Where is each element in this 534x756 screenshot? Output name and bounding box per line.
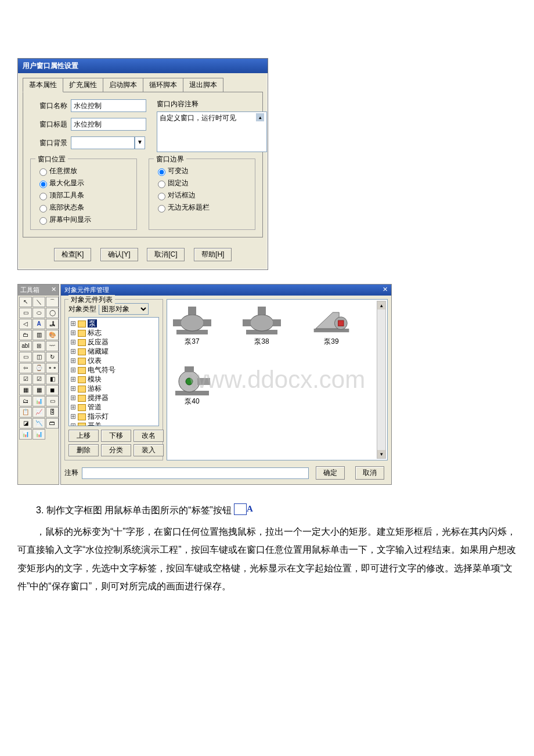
text-icon[interactable]: A — [33, 319, 45, 329]
notes-textarea[interactable]: 自定义窗口，运行时可见 ▴ — [157, 111, 267, 152]
scroll-up-icon[interactable]: ▴ — [256, 113, 264, 121]
rename-button[interactable]: 改名 — [134, 430, 164, 442]
check-button[interactable]: 检查[K] — [54, 248, 92, 261]
vertical-scrollbar[interactable]: ▴▾ — [377, 301, 386, 459]
radio-border-var[interactable]: 可变边 — [155, 166, 249, 176]
thumb-label: 泵39 — [311, 337, 352, 347]
polygon-icon[interactable]: ◁ — [19, 319, 32, 329]
ok-button[interactable]: 确定 — [316, 466, 345, 480]
svg-rect-9 — [273, 319, 281, 326]
window-bg-swatch[interactable] — [71, 136, 135, 149]
radio-pos-max[interactable]: 最大化显示 — [37, 178, 131, 188]
pointer-icon[interactable]: ↖ — [19, 297, 32, 307]
chart-icon[interactable]: ▥ — [33, 330, 45, 340]
user-window-properties-dialog: 用户窗口属性设置 基本属性 扩充属性 启动脚本 循环脚本 退出脚本 窗口名称 窗… — [17, 58, 268, 270]
td-icon[interactable]: ◪ — [19, 418, 32, 429]
thumb-pump40[interactable]: 泵40 — [172, 364, 212, 406]
arrow-icon[interactable]: ⇦ — [19, 363, 32, 373]
clock-icon[interactable]: ⌚ — [33, 363, 45, 373]
ellipse-icon[interactable]: ◯ — [46, 308, 59, 318]
tg-icon[interactable]: 📊 — [19, 429, 32, 440]
load-button[interactable]: 装入 — [134, 444, 164, 456]
t8-icon[interactable]: 📊 — [33, 396, 45, 406]
window-bg-dropdown[interactable]: ▼ — [135, 136, 145, 149]
tab-start-script[interactable]: 启动脚本 — [103, 78, 143, 92]
te-icon[interactable]: 📉 — [33, 418, 45, 429]
help-button[interactable]: 帮助[H] — [194, 248, 232, 261]
svg-rect-16 — [185, 366, 194, 372]
grid-icon[interactable]: ⊞ — [33, 341, 45, 351]
thumb-pump39[interactable]: 泵39 — [311, 304, 352, 347]
rect-icon[interactable]: ▭ — [19, 308, 32, 318]
svg-rect-13 — [338, 321, 344, 326]
ta-icon[interactable]: 📋 — [19, 407, 32, 417]
image-icon[interactable]: 🏞 — [46, 319, 59, 329]
t6-icon[interactable]: ◼ — [46, 385, 59, 395]
radio-pos-bottomstatus[interactable]: 底部状态条 — [37, 203, 131, 213]
t9-icon[interactable]: ▭ — [46, 396, 59, 406]
color-icon[interactable]: 🎨 — [46, 330, 59, 340]
arc-icon[interactable]: ⌒ — [46, 297, 59, 307]
btn2-icon[interactable]: ◫ — [33, 352, 45, 362]
curve-icon[interactable]: 〰 — [46, 341, 59, 351]
t1-icon[interactable]: ☑ — [19, 374, 32, 384]
object-list-group: 对象元件列表 对象类型 图形对象 泵 标志 反应器 储藏罐 仪表 电气符号 — [64, 299, 163, 460]
notes-label: 窗口内容注释 — [157, 99, 267, 109]
window-name-input[interactable] — [71, 99, 146, 112]
btn3-icon[interactable]: ↻ — [46, 352, 59, 362]
radio-pos-center[interactable]: 屏幕中间显示 — [37, 215, 131, 225]
tc-icon[interactable]: 🗄 — [46, 407, 59, 417]
radio-pos-free[interactable]: 任意摆放 — [37, 166, 131, 176]
th-icon[interactable]: 📊 — [33, 429, 45, 440]
shapes-icon[interactable]: ⚬⚬ — [46, 363, 59, 373]
tab-exit-script[interactable]: 退出脚本 — [183, 78, 223, 92]
tab-extra[interactable]: 扩充属性 — [63, 78, 103, 92]
down-button[interactable]: 下移 — [101, 430, 131, 442]
radio-border-dlg[interactable]: 对话框边 — [155, 190, 249, 200]
t2-icon[interactable]: ☑ — [33, 374, 45, 384]
combo-icon[interactable]: 🗀 — [19, 330, 32, 340]
svg-point-18 — [186, 378, 193, 385]
t4-icon[interactable]: ▦ — [19, 385, 32, 395]
radio-pos-toptool[interactable]: 顶部工具条 — [37, 190, 131, 200]
label-abl-icon[interactable]: abl — [19, 341, 32, 351]
svg-rect-2 — [188, 307, 196, 315]
dialog-button-row: 检查[K] 确认[Y] 取消[C] 帮助[H] — [18, 242, 268, 269]
btn1-icon[interactable]: ▭ — [19, 352, 32, 362]
category-tree[interactable]: 泵 标志 反应器 储藏罐 仪表 电气符号 模块 游标 搅拌器 管道 指示灯 开关 — [68, 317, 159, 426]
tb-icon[interactable]: 📈 — [33, 407, 45, 417]
radio-border-none[interactable]: 无边无标题栏 — [155, 203, 249, 213]
tab-basic[interactable]: 基本属性 — [23, 78, 63, 92]
object-manager-window: 对象元件库管理✕ 对象元件列表 对象类型 图形对象 泵 标志 反应器 储藏罐 — [60, 284, 392, 485]
objmgr-title: 对象元件库管理 — [64, 286, 109, 294]
thumb-pump37[interactable]: 泵37 — [172, 304, 212, 347]
tab-loop-script[interactable]: 循环脚本 — [143, 78, 183, 92]
thumb-pump38[interactable]: 泵38 — [241, 304, 282, 347]
tab-strip: 基本属性 扩充属性 启动脚本 循环脚本 退出脚本 — [18, 73, 268, 92]
line-icon[interactable]: ＼ — [33, 297, 45, 307]
cancel-button[interactable]: 取消[C] — [147, 248, 185, 261]
category-button[interactable]: 分类 — [101, 444, 131, 456]
toolbox-palette: 工具箱✕ ↖＼⌒ ▭⬭◯ ◁A🏞 🗀▥🎨 abl⊞〰 ▭◫↻ ⇦⌚⚬⚬ ☑☑◧ … — [17, 284, 59, 485]
ok-button[interactable]: 确认[Y] — [100, 248, 138, 261]
t3-icon[interactable]: ◧ — [46, 374, 59, 384]
window-name-label: 窗口名称 — [30, 101, 67, 111]
footer-note-input[interactable] — [82, 467, 309, 479]
cancel-button[interactable]: 取消 — [355, 466, 384, 480]
up-button[interactable]: 上移 — [68, 430, 99, 442]
close-icon[interactable]: ✕ — [51, 286, 56, 294]
close-icon[interactable]: ✕ — [383, 286, 388, 294]
group-position-legend: 窗口位置 — [35, 154, 68, 164]
tool-grid: ↖＼⌒ ▭⬭◯ ◁A🏞 🗀▥🎨 abl⊞〰 ▭◫↻ ⇦⌚⚬⚬ ☑☑◧ ▦▦◼ 🗂… — [18, 296, 59, 441]
t7-icon[interactable]: 🗂 — [19, 396, 32, 406]
radio-border-fixed[interactable]: 固定边 — [155, 178, 249, 188]
t5-icon[interactable]: ▦ — [33, 385, 45, 395]
window-title-input[interactable] — [71, 118, 146, 131]
svg-rect-10 — [314, 329, 349, 332]
roundrect-icon[interactable]: ⬭ — [33, 308, 45, 318]
toolbox-title: 工具箱 — [20, 286, 39, 294]
type-select[interactable]: 图形对象 — [99, 303, 149, 315]
para1-text: 3. 制作文字框图 用鼠标单击图所示的“标签”按钮 — [36, 505, 232, 515]
tf-icon[interactable]: 🗃 — [46, 418, 59, 429]
delete-button[interactable]: 删除 — [68, 444, 99, 456]
